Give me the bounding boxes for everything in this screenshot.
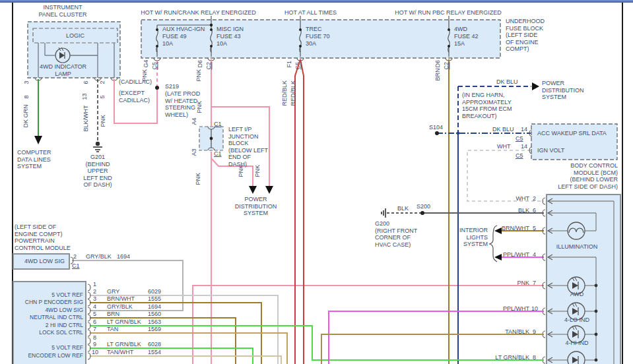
underhood-fuse-block-label: UNDERHOOD FUSE BLOCK (LEFT SIDE OF ENGIN… (506, 18, 545, 53)
tccm-wire-7: TAN (107, 326, 118, 333)
bcm-row2-conn: C5 (516, 152, 523, 160)
tccm-pin-1: 1 (93, 281, 96, 288)
wiring-diagram-page: INSTRUMENT PANEL CLUSTER LOGIC 4WD INDIC… (0, 0, 633, 364)
fuse-trec-id: FUSE 70 (306, 33, 330, 40)
pnk-arrows (249, 186, 273, 194)
bcm-row1-wire: DK BLU (492, 126, 514, 133)
rb-wire-brn-wht: BRN/WHT (457, 225, 529, 232)
bcm-row1-conn: C5 (516, 135, 523, 142)
fuse-4wd-amps: 15A (454, 40, 465, 47)
ipc-title: INSTRUMENT PANEL CLUSTER (26, 4, 99, 18)
rb-pin-4: 4 (533, 251, 536, 258)
tccm-label-4: 4WD LOW SIG (13, 307, 83, 313)
fuse-aux-name: AUX HVAC-IGN (162, 26, 205, 33)
wire-dk-grn (34, 79, 42, 144)
tccm-circuit-6: 1563 (148, 318, 161, 326)
wire-label-pnk-below-junction: PNK (195, 173, 202, 185)
fuse-aux-id: FUSE 49 (162, 33, 187, 40)
rb-pin-5: 5 (533, 225, 536, 232)
conn-d6: D6 (197, 60, 204, 68)
tccm-wire-6: LT GRN/BLK (107, 318, 141, 326)
bottom-led-icon (568, 351, 585, 364)
tccm-pin-5: 5 (93, 311, 96, 318)
splice-dot-s104 (435, 131, 439, 135)
rb-wire-ppl-wht: PPL/WHT (457, 251, 529, 258)
4wd-indicator-lamp-icon (55, 47, 70, 63)
system-power-dist-junction: POWER DISTRIBUTION SYSTEM (221, 196, 290, 217)
note-except-cadillac: (EXCEPT CADILLAC) (119, 90, 150, 104)
splice-label-s200: S200 (416, 203, 430, 210)
tccm-label-7: LOCK SOL CTRL (13, 329, 83, 336)
bcm-label: BODY CONTROL MODULE (BCM) (BEHIND LOWER … (540, 162, 618, 190)
tccm-wire-9: LT GRN/BLK (107, 341, 141, 348)
tccm-wire-10: TAN/WHT (107, 349, 133, 356)
bcm-row1-label: ACC WAKEUP SRL DATA (537, 130, 607, 137)
tccm-pin-2: 2 (93, 288, 96, 295)
junction-block-label: LEFT I/P JUNCTION BLOCK (BELOW LEFT END … (228, 126, 268, 168)
rb-wire-tan-blk: TAN/BLK (457, 328, 529, 336)
tccm-pin-7: 7 (93, 326, 96, 333)
pcm-note: (LEFT SIDE OF ENGINE COMPT) POWERTRAIN C… (15, 224, 71, 251)
splice-dot-s219 (155, 86, 159, 90)
rb-led-4hi-label: 4-HI IND (545, 340, 609, 347)
system-power-dist-right: POWER DISTRIBUTION SYSTEM (542, 80, 584, 101)
conn-d6-4wd: D6 (434, 60, 442, 68)
rb-pin-10: 10 (531, 305, 538, 313)
ground-label-g200: G200 (RIGHT FRONT CORNER OF HVAC CASE) (375, 220, 417, 248)
tccm-circuit-5: 1560 (148, 311, 161, 318)
rb-pin-8: 8 (533, 354, 536, 361)
conn-g4-c5: C5 (151, 62, 158, 70)
tccm-wire-4: GRY/BLK (107, 303, 133, 311)
tccm-wire-3: BRN/WHT (107, 295, 135, 303)
rb-wire-lt-grn-blk: LT GRN/BLK (457, 354, 529, 361)
illumination-lamp-icon (568, 222, 585, 239)
tccm-pin-4: 4 (93, 303, 96, 311)
wire-label-blk-left: BLK (397, 205, 409, 212)
bcm-row2-pin: 14 (521, 143, 527, 150)
tccm-label-6: 2 HI IND CTRL (13, 322, 83, 328)
tccm-circuit-4: 1694 (148, 303, 161, 311)
splice-label-s104: S104 (429, 124, 443, 131)
wire-label-pnk-d6a: PNK (195, 69, 203, 82)
header-run-crank: HOT W/ RUN/CRANK RELAY ENERGIZED (141, 9, 256, 16)
header-hot-all-times: HOT AT ALL TIMES (273, 9, 349, 16)
conn-f1: F1 (286, 61, 293, 68)
ipc-pin-6: 6 (83, 81, 90, 84)
bcm-row1-pin: 14 (521, 126, 527, 133)
wire-label-pnk-ipc: PNK (100, 115, 107, 127)
fuse-misc-id: FUSE 43 (217, 33, 241, 40)
tccm-label-5: NEUTRAL IND CTRL (13, 314, 83, 320)
fuse-aux-amps: 10A (162, 40, 173, 47)
tccm-label-9: 5 VOLT REF (13, 344, 83, 351)
rb-led-4lo-label: 4-LO IND (545, 317, 609, 324)
bcm-row2-label: IGN VOLT (537, 147, 564, 154)
ipc-pin-5: 5 (99, 96, 106, 99)
splice-note-s104: (IN ENG HARN, APPROXIMATELY 15CM FROM EC… (462, 92, 512, 119)
junction-dot-dk-blu (457, 132, 460, 135)
fuse-trec-name: TREC (306, 26, 322, 33)
splice-note-s219: (LATE PROD W/ HEATED STEERING WHEEL) (165, 90, 200, 118)
ipc-logic-label: LOGIC (33, 32, 117, 40)
splice-label-s219: S219 (165, 83, 179, 90)
pcm-box-label: 4WD LOW SIG (16, 258, 65, 265)
ipc-pin-3: 3 (23, 81, 30, 84)
rb-wire-wht: WHT (457, 195, 529, 202)
tccm-circuit-3: 1555 (148, 295, 161, 303)
conn-f1-c5: C5 (294, 62, 302, 70)
tccm-circuit-7: 1569 (148, 326, 161, 333)
tccm-circuit-10: 1554 (148, 349, 161, 356)
rb-wire-blk: BLK (457, 207, 529, 214)
junction-pin-a4: A4 (191, 118, 198, 125)
rb-led-awd-label: AWD (545, 291, 609, 298)
wire-label-red-blk-2: RED/BLK (290, 80, 297, 106)
rb-illumination-label: ILLUMINATION (545, 243, 609, 251)
pcm-pin: 2 (73, 253, 77, 260)
tccm-wire-2: GRY (107, 288, 119, 295)
fuse-misc-amps: 10A (217, 40, 227, 47)
dk-blu-arrow (532, 82, 539, 90)
ipc-pin-8: 8 (23, 96, 30, 99)
tccm-pin-6: 6 (93, 318, 96, 326)
wire-label-brn: BRN (434, 69, 442, 81)
ground-label-g201: G201 (BEHIND UPPER LEFT END OF DASH) (75, 154, 121, 189)
junction-conn-c1-top: C1 (214, 121, 222, 128)
